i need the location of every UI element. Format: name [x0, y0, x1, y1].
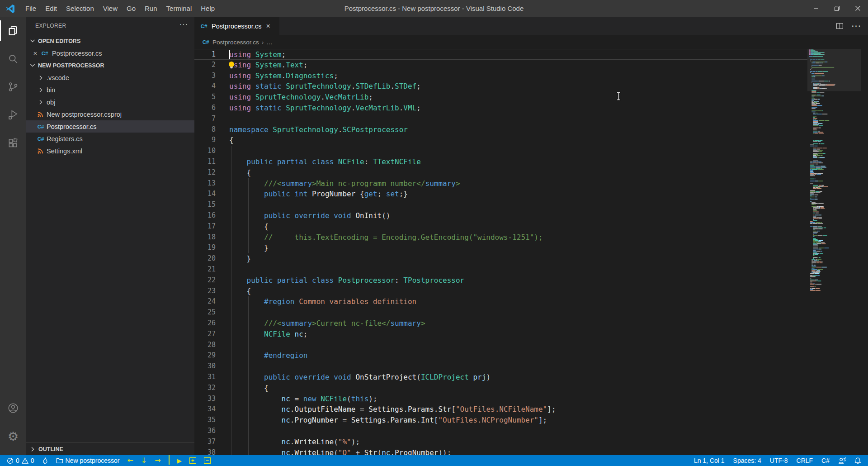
code-line-19[interactable]: 19 }: [194, 243, 807, 253]
line-number[interactable]: 11: [194, 157, 216, 167]
code-line-37[interactable]: 37 nc.WriteLine("%");: [194, 437, 807, 447]
code-line-28[interactable]: 28: [194, 340, 807, 351]
code-line-32[interactable]: 32 {: [194, 383, 807, 394]
code-line-10[interactable]: 10: [194, 146, 807, 157]
activity-account[interactable]: [0, 394, 26, 422]
code-line-35[interactable]: 35 nc.ProgNumber = Settings.Params.Int["…: [194, 415, 807, 426]
more-actions-icon[interactable]: ···: [852, 22, 862, 30]
status-step-back[interactable]: ←: [125, 455, 135, 466]
line-number[interactable]: 24: [194, 296, 216, 307]
line-number[interactable]: 26: [194, 318, 216, 329]
menu-selection[interactable]: Selection: [61, 3, 99, 14]
open-editor-item[interactable]: ×C#Postprocessor.cs: [26, 47, 194, 59]
status-hot-reload[interactable]: [40, 455, 51, 466]
line-number[interactable]: 9: [194, 135, 216, 146]
code-line-5[interactable]: 5using SprutTechnology.VecMatrLib;: [194, 92, 807, 103]
code-line-16[interactable]: 16 public override void OnInit(): [194, 210, 807, 221]
code-line-12[interactable]: 12 {: [194, 167, 807, 178]
lightbulb-icon[interactable]: [226, 60, 236, 70]
line-number[interactable]: 14: [194, 189, 216, 200]
code-editor[interactable]: 1using System;2using System.Text;3using …: [194, 49, 861, 455]
code-line-34[interactable]: 34 nc.OutputFileName = Settings.Params.S…: [194, 404, 807, 415]
code-line-2[interactable]: 2using System.Text;: [194, 60, 807, 71]
line-number[interactable]: 2: [194, 60, 216, 71]
restore-icon[interactable]: [826, 0, 847, 17]
status-notifications[interactable]: [852, 455, 863, 466]
code-line-4[interactable]: 4using static SprutTechnology.STDefLib.S…: [194, 81, 807, 92]
code-line-25[interactable]: 25: [194, 307, 807, 318]
line-number[interactable]: 31: [194, 372, 216, 383]
line-number[interactable]: 8: [194, 124, 216, 135]
line-number[interactable]: 22: [194, 275, 216, 286]
menu-run[interactable]: Run: [140, 3, 162, 14]
code-line-6[interactable]: 6using static SprutTechnology.VecMatrLib…: [194, 103, 807, 114]
line-number[interactable]: 21: [194, 264, 216, 275]
status-indentation[interactable]: Spaces: 4: [731, 455, 764, 466]
line-number[interactable]: 19: [194, 243, 216, 253]
line-number[interactable]: 27: [194, 329, 216, 340]
code-line-8[interactable]: 8namespace SprutTechnology.SCPostprocess…: [194, 124, 807, 135]
split-editor-icon[interactable]: [836, 22, 844, 30]
status-language-mode[interactable]: C#: [819, 455, 832, 466]
menu-help[interactable]: Help: [196, 3, 219, 14]
menu-go[interactable]: Go: [122, 3, 140, 14]
line-number[interactable]: 1: [194, 49, 216, 60]
line-number[interactable]: 12: [194, 167, 216, 178]
code-line-33[interactable]: 33 nc = new NCFile(this);: [194, 394, 807, 404]
code-line-26[interactable]: 26 ///<summary>Current nc-file</summary>: [194, 318, 807, 329]
line-number[interactable]: 38: [194, 447, 216, 455]
status-zoom-in[interactable]: +: [187, 455, 198, 466]
code-line-14[interactable]: 14 public int ProgNumber {get; set;}: [194, 189, 807, 200]
code-line-13[interactable]: 13 ///<summary>Main nc-programm number</…: [194, 178, 807, 189]
menu-edit[interactable]: Edit: [41, 3, 61, 14]
code-line-21[interactable]: 21: [194, 264, 807, 275]
tree-file-settings-xml[interactable]: Settings.xml: [26, 145, 194, 157]
menu-terminal[interactable]: Terminal: [162, 3, 197, 14]
code-line-17[interactable]: 17 {: [194, 221, 807, 232]
activity-run-and-debug[interactable]: [0, 101, 26, 129]
line-number[interactable]: 29: [194, 350, 216, 361]
line-number[interactable]: 13: [194, 178, 216, 189]
status-zoom-out[interactable]: −: [202, 455, 213, 466]
code-line-1[interactable]: 1using System;: [194, 49, 807, 60]
more-actions-icon[interactable]: ···: [179, 20, 188, 29]
line-number[interactable]: 28: [194, 340, 216, 351]
line-number[interactable]: 10: [194, 146, 216, 157]
line-number[interactable]: 7: [194, 114, 216, 124]
code-line-20[interactable]: 20 }: [194, 253, 807, 264]
line-number[interactable]: 32: [194, 383, 216, 394]
tree-folder-obj[interactable]: obj: [26, 96, 194, 108]
line-number[interactable]: 4: [194, 81, 216, 92]
code-line-36[interactable]: 36: [194, 426, 807, 437]
tab-close-icon[interactable]: ×: [266, 22, 270, 30]
line-number[interactable]: 25: [194, 307, 216, 318]
code-line-7[interactable]: 7: [194, 114, 807, 124]
menu-file[interactable]: File: [21, 3, 41, 14]
section-header-open-editors[interactable]: OPEN EDITORS: [26, 35, 194, 47]
line-number[interactable]: 5: [194, 92, 216, 103]
section-header-workspace-folder[interactable]: NEW POSTPROCESSOR: [26, 59, 194, 71]
status-eol[interactable]: CRLF: [794, 455, 816, 466]
breadcrumb-more[interactable]: …: [266, 39, 273, 46]
activity-explorer[interactable]: [0, 17, 26, 45]
minimap[interactable]: [807, 49, 861, 338]
close-icon[interactable]: ×: [32, 49, 39, 57]
status-project[interactable]: New postprocessor: [54, 455, 122, 466]
code-line-18[interactable]: 18 // this.TextEncoding = Encoding.GetEn…: [194, 232, 807, 243]
line-number[interactable]: 34: [194, 404, 216, 415]
line-number[interactable]: 23: [194, 286, 216, 297]
status-step-into[interactable]: ↓: [139, 455, 149, 466]
status-show-window[interactable]: [166, 455, 172, 466]
status-run[interactable]: ▶: [175, 455, 184, 466]
status-step-over[interactable]: →: [152, 455, 163, 466]
code-line-23[interactable]: 23 {: [194, 286, 807, 297]
line-number[interactable]: 36: [194, 426, 216, 437]
status-cursor-position[interactable]: Ln 1, Col 1: [692, 455, 727, 466]
status-encoding[interactable]: UTF-8: [768, 455, 790, 466]
line-number[interactable]: 16: [194, 210, 216, 221]
tree-folder--vscode[interactable]: .vscode: [26, 71, 194, 84]
activity-source-control[interactable]: [0, 73, 26, 101]
line-number[interactable]: 30: [194, 361, 216, 372]
code-line-11[interactable]: 11 public partial class NCFile: TTextNCF…: [194, 157, 807, 167]
line-number[interactable]: 6: [194, 103, 216, 114]
